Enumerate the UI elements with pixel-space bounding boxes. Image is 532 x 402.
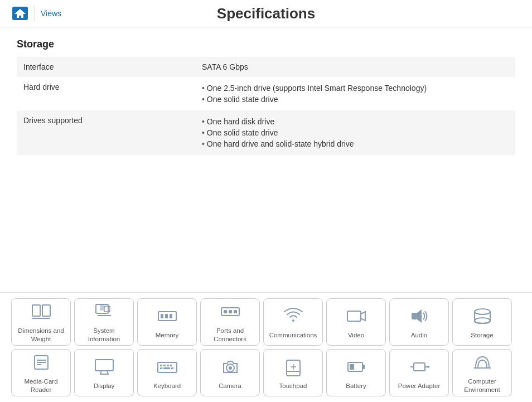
wifi-icon bbox=[282, 305, 304, 329]
nav-item-storage-nav[interactable]: Storage bbox=[452, 298, 512, 346]
svg-point-22 bbox=[475, 309, 490, 314]
svg-rect-45 bbox=[362, 365, 365, 369]
nav-item-memory[interactable]: Memory bbox=[137, 298, 197, 346]
nav-item-system-info[interactable]: System Information bbox=[74, 298, 134, 346]
home-icon[interactable] bbox=[11, 6, 29, 21]
section-title: Storage bbox=[17, 38, 515, 50]
nav-item-label: Camera bbox=[219, 382, 241, 390]
nav-item-camera[interactable]: Camera bbox=[200, 349, 260, 396]
vertical-divider bbox=[35, 6, 35, 21]
row-label: Drives supported bbox=[17, 110, 195, 155]
svg-rect-11 bbox=[165, 314, 168, 318]
nav-item-label: Storage bbox=[471, 331, 493, 340]
nav-item-label: Battery bbox=[346, 382, 366, 390]
svg-rect-35 bbox=[167, 365, 169, 366]
svg-rect-39 bbox=[171, 367, 173, 369]
svg-rect-37 bbox=[160, 367, 162, 369]
nav-item-communications[interactable]: Communications bbox=[263, 298, 323, 346]
svg-rect-36 bbox=[170, 365, 172, 366]
svg-point-23 bbox=[475, 318, 490, 323]
svg-rect-6 bbox=[100, 305, 104, 311]
table-row: Drives supportedOne hard disk driveOne s… bbox=[17, 110, 515, 155]
svg-rect-20 bbox=[412, 313, 417, 319]
battery-icon bbox=[345, 356, 367, 380]
audio-icon bbox=[408, 305, 431, 329]
svg-rect-2 bbox=[32, 305, 40, 316]
nav-item-label: Computer Environment bbox=[455, 377, 509, 394]
nav-area: Views bbox=[11, 6, 61, 21]
svg-rect-46 bbox=[350, 364, 354, 370]
bottom-nav: Dimensions and WeightSystem InformationM… bbox=[0, 292, 532, 402]
svg-rect-33 bbox=[160, 365, 162, 366]
main-content: Storage InterfaceSATA 6 GbpsHard driveOn… bbox=[0, 27, 532, 166]
nav-item-touchpad[interactable]: Touchpad bbox=[263, 349, 323, 396]
nav-grid: Dimensions and WeightSystem InformationM… bbox=[11, 298, 521, 396]
svg-rect-7 bbox=[104, 306, 110, 312]
nav-item-label: Video bbox=[348, 331, 364, 340]
svg-rect-18 bbox=[347, 311, 361, 321]
nav-item-label: System Information bbox=[77, 327, 131, 343]
nav-item-label: Power Adapter bbox=[398, 382, 440, 390]
nav-item-display[interactable]: Display bbox=[74, 349, 134, 396]
row-label: Interface bbox=[17, 57, 195, 77]
touchpad-icon bbox=[282, 356, 304, 380]
nav-item-keyboard[interactable]: Keyboard bbox=[137, 349, 197, 396]
svg-rect-47 bbox=[414, 363, 425, 371]
nav-item-video[interactable]: Video bbox=[326, 298, 386, 346]
nav-item-label: Touchpad bbox=[279, 382, 307, 390]
table-row: InterfaceSATA 6 Gbps bbox=[17, 57, 515, 77]
nav-item-battery[interactable]: Battery bbox=[326, 349, 386, 396]
power-adapter-icon bbox=[408, 356, 431, 380]
svg-rect-16 bbox=[234, 310, 237, 313]
svg-rect-34 bbox=[163, 365, 166, 366]
svg-point-17 bbox=[292, 319, 294, 322]
svg-marker-21 bbox=[417, 309, 422, 323]
svg-rect-12 bbox=[170, 314, 172, 318]
nav-item-dimensions[interactable]: Dimensions and Weight bbox=[11, 298, 71, 346]
display-icon bbox=[93, 356, 115, 380]
header: Views Specifications bbox=[0, 0, 532, 27]
svg-rect-15 bbox=[229, 310, 232, 313]
list-item: One hard disk drive bbox=[202, 116, 509, 127]
camera-icon bbox=[219, 356, 241, 380]
svg-rect-14 bbox=[224, 310, 227, 313]
video-icon bbox=[345, 305, 367, 329]
svg-marker-19 bbox=[361, 312, 365, 321]
nav-item-label: Memory bbox=[156, 331, 179, 340]
memory-icon bbox=[156, 305, 178, 329]
row-value: One 2.5-inch drive (supports Intel Smart… bbox=[195, 77, 515, 110]
nav-item-label: Communications bbox=[269, 331, 317, 340]
list-item: One solid state drive bbox=[202, 127, 509, 138]
list-item: One 2.5-inch drive (supports Intel Smart… bbox=[202, 83, 509, 94]
nav-item-label: Keyboard bbox=[153, 382, 181, 390]
nav-item-power-adapter[interactable]: Power Adapter bbox=[389, 349, 449, 396]
row-value: One hard disk driveOne solid state drive… bbox=[195, 110, 515, 155]
keyboard-icon bbox=[156, 356, 178, 380]
dimensions-icon bbox=[30, 301, 52, 324]
nav-item-computer-env[interactable]: Computer Environment bbox=[452, 349, 512, 396]
computer-env-icon bbox=[471, 351, 494, 375]
nav-item-label: Media-Card Reader bbox=[14, 377, 68, 394]
row-label: Hard drive bbox=[17, 77, 195, 110]
svg-rect-38 bbox=[163, 367, 170, 369]
media-card-icon bbox=[30, 351, 52, 375]
content-area: Storage InterfaceSATA 6 GbpsHard driveOn… bbox=[0, 27, 532, 278]
ports-icon bbox=[219, 301, 241, 324]
nav-item-audio[interactable]: Audio bbox=[389, 298, 449, 346]
views-link[interactable]: Views bbox=[41, 9, 61, 18]
svg-point-50 bbox=[427, 366, 429, 368]
row-value: SATA 6 Gbps bbox=[195, 57, 515, 77]
nav-item-label: Ports and Connectors bbox=[203, 327, 257, 343]
nav-item-label: Dimensions and Weight bbox=[14, 327, 68, 343]
svg-rect-28 bbox=[95, 360, 113, 371]
spec-table: InterfaceSATA 6 GbpsHard driveOne 2.5-in… bbox=[17, 57, 515, 155]
nav-item-label: Audio bbox=[411, 331, 427, 340]
list-item: One solid state drive bbox=[202, 94, 509, 105]
svg-rect-3 bbox=[42, 305, 50, 316]
storage-icon bbox=[471, 305, 494, 329]
table-row: Hard driveOne 2.5-inch drive (supports I… bbox=[17, 77, 515, 110]
nav-item-media-card[interactable]: Media-Card Reader bbox=[11, 349, 71, 396]
system-info-icon bbox=[93, 301, 115, 324]
nav-item-ports[interactable]: Ports and Connectors bbox=[200, 298, 260, 346]
nav-item-label: Display bbox=[94, 382, 115, 390]
